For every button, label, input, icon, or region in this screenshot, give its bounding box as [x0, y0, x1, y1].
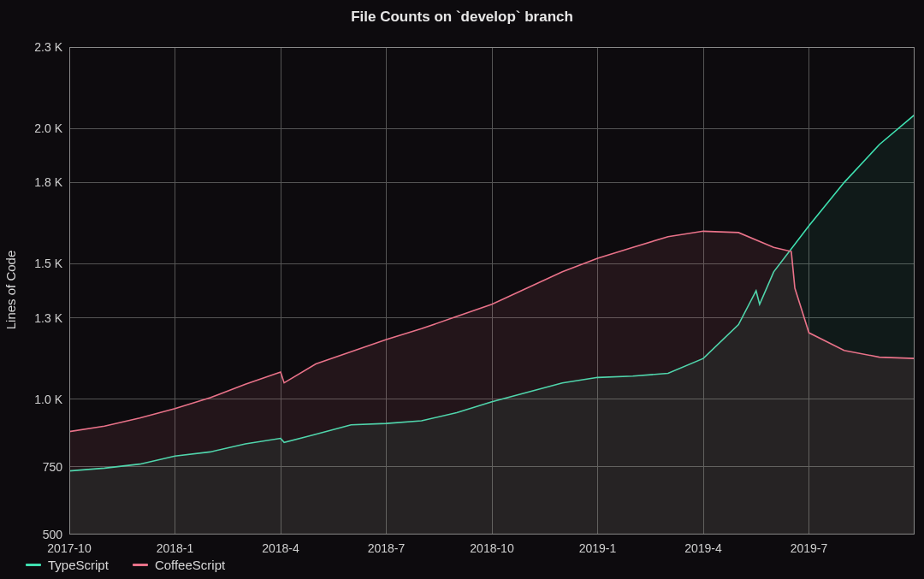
x-tick: 2018-4 [262, 535, 299, 555]
x-tick: 2019-1 [579, 535, 617, 555]
y-axis-label: Lines of Code [3, 250, 18, 329]
y-tick: 2.0 K [34, 121, 69, 135]
plot-svg [69, 47, 915, 535]
plot-area: 5007501.0 K1.3 K1.5 K1.8 K2.0 K2.3 K 201… [69, 47, 915, 535]
y-tick: 2.3 K [34, 40, 69, 54]
legend: TypeScript CoffeeScript [26, 558, 225, 572]
chart-title: File Counts on `develop` branch [0, 9, 924, 26]
legend-item-coffeescript[interactable]: CoffeeScript [133, 558, 225, 572]
x-tick: 2019-4 [684, 535, 722, 555]
x-tick: 2019-7 [791, 535, 828, 555]
x-tick: 2018-10 [470, 535, 513, 555]
y-tick: 1.0 K [34, 393, 69, 406]
x-tick: 2018-1 [157, 535, 194, 555]
y-tick: 750 [43, 460, 69, 474]
y-tick: 1.8 K [34, 175, 69, 189]
x-tick: 2017-10 [47, 535, 91, 555]
legend-swatch-coffeescript [133, 564, 148, 566]
legend-swatch-typescript [26, 564, 41, 566]
chart-container: File Counts on `develop` branch Lines of… [0, 0, 924, 579]
x-tick: 2018-7 [368, 535, 406, 555]
legend-label-coffeescript: CoffeeScript [155, 558, 225, 572]
y-tick: 1.3 K [34, 311, 69, 325]
y-tick: 1.5 K [34, 257, 69, 270]
legend-item-typescript[interactable]: TypeScript [26, 558, 109, 572]
legend-label-typescript: TypeScript [48, 558, 109, 572]
